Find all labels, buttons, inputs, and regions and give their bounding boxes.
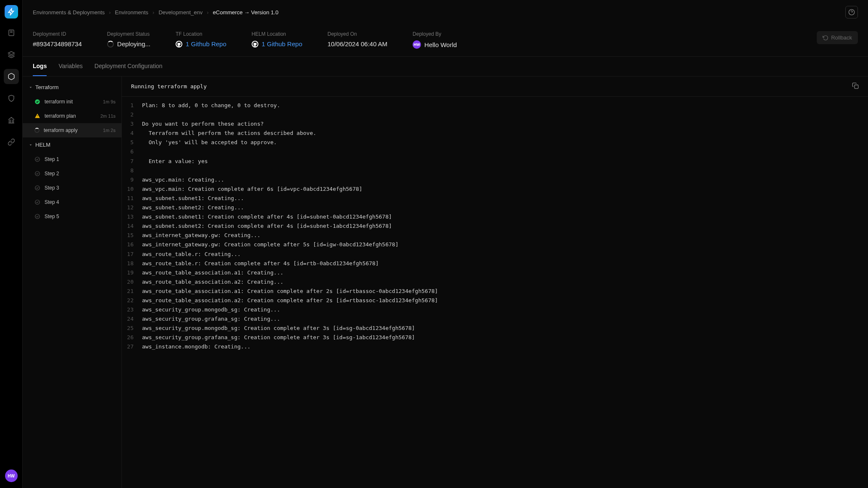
meta-label: TF Location: [176, 31, 226, 37]
copy-button[interactable]: [852, 82, 859, 90]
log-line: 21aws_route_table_association.a1: Creati…: [122, 287, 868, 296]
rail-item-hexagon[interactable]: [4, 69, 19, 84]
spinner-icon: [107, 41, 114, 47]
log-line: 4 Terraform will perform the actions des…: [122, 129, 868, 138]
breadcrumb-current: eCommerce → Version 1.0: [213, 9, 279, 16]
user-avatar[interactable]: HW: [5, 470, 18, 482]
log-line: 11aws_subnet.subnet1: Creating...: [122, 194, 868, 203]
log-line: 13aws_subnet.subnet1: Creation complete …: [122, 212, 868, 222]
chevron-down-icon: [29, 85, 33, 90]
meta-label: Deployed On: [327, 31, 387, 37]
tf-repo-link[interactable]: 1 Github Repo: [186, 40, 226, 47]
log-line: 14aws_subnet.subnet2: Creation complete …: [122, 222, 868, 231]
svg-point-8: [35, 171, 40, 176]
rail-item-governance[interactable]: [4, 113, 19, 128]
log-line: 6: [122, 147, 868, 156]
log-line: 2: [122, 110, 868, 119]
github-icon: [252, 41, 258, 47]
left-rail: HW: [0, 0, 23, 488]
rail-item-shield[interactable]: [4, 91, 19, 106]
svg-point-7: [35, 157, 40, 162]
step-row[interactable]: terraform apply1m 2s: [23, 123, 121, 137]
rail-item-device[interactable]: [4, 25, 19, 40]
log-line: 3Do you want to perform these actions?: [122, 119, 868, 129]
rail-item-layers[interactable]: [4, 47, 19, 62]
help-button[interactable]: [845, 6, 858, 18]
log-line: 23aws_security_group.mongodb_sg: Creatin…: [122, 305, 868, 314]
log-line: 17aws_route_table.r: Creating...: [122, 250, 868, 259]
step-row[interactable]: Step 1: [23, 152, 121, 166]
log-line: 18aws_route_table.r: Creation complete a…: [122, 259, 868, 268]
step-row[interactable]: terraform plan2m 11s: [23, 109, 121, 123]
meta-label: Deployment ID: [33, 31, 82, 37]
chevron-right-icon: ›: [153, 9, 154, 16]
deployed-by: HW Hello World: [413, 40, 457, 49]
helm-repo-link[interactable]: 1 Github Repo: [262, 40, 302, 47]
log-line: 1Plan: 8 to add, 0 to change, 0 to destr…: [122, 101, 868, 110]
tabs: Logs Variables Deployment Configuration: [23, 57, 868, 76]
log-line: 9aws_vpc.main: Creating...: [122, 175, 868, 185]
meta-label: Deployment Status: [107, 31, 150, 37]
svg-point-11: [35, 214, 40, 219]
meta-label: HELM Location: [252, 31, 302, 37]
deployment-meta: Deployment ID #8934734898734 Deployment …: [23, 24, 868, 57]
chevron-right-icon: ›: [207, 9, 208, 16]
log-body[interactable]: 1Plan: 8 to add, 0 to change, 0 to destr…: [122, 97, 868, 488]
svg-marker-3: [8, 52, 14, 55]
log-line: 19aws_route_table_association.a1: Creati…: [122, 268, 868, 277]
log-line: 24aws_security_group.grafana_sg: Creatin…: [122, 314, 868, 324]
tab-logs[interactable]: Logs: [33, 57, 47, 76]
breadcrumb-item[interactable]: Development_env: [158, 9, 203, 16]
log-line: 15aws_internet_gateway.gw: Creating...: [122, 231, 868, 240]
log-line: 27aws_instance.mongodb: Creating...: [122, 342, 868, 351]
log-header: Running terraform apply: [122, 76, 868, 97]
svg-point-9: [35, 186, 40, 190]
tab-variables[interactable]: Variables: [58, 57, 82, 76]
svg-rect-12: [855, 85, 858, 89]
deployed-on: 10/06/2024 06:40 AM: [327, 40, 387, 47]
log-line: 16aws_internet_gateway.gw: Creation comp…: [122, 240, 868, 249]
log-line: 10aws_vpc.main: Creation complete after …: [122, 185, 868, 194]
log-line: 20aws_route_table_association.a2: Creati…: [122, 277, 868, 287]
breadcrumb-item[interactable]: Environments & Deployments: [33, 9, 105, 16]
chevron-right-icon: ›: [109, 9, 110, 16]
tf-location: 1 Github Repo: [176, 40, 226, 47]
step-group-header[interactable]: HELM: [23, 137, 121, 152]
log-line: 26aws_security_group.grafana_sg: Creatio…: [122, 333, 868, 342]
breadcrumb-item[interactable]: Environments: [115, 9, 148, 16]
step-row[interactable]: terraform init1m 9s: [23, 95, 121, 109]
breadcrumb: Environments & Deployments › Environment…: [23, 0, 868, 24]
step-row[interactable]: Step 5: [23, 209, 121, 224]
log-title: Running terraform apply: [131, 83, 207, 90]
deployment-id: #8934734898734: [33, 40, 82, 47]
log-line: 12aws_subnet.subnet2: Creating...: [122, 203, 868, 212]
log-line: 8: [122, 166, 868, 175]
log-line: 7 Enter a value: yes: [122, 157, 868, 166]
step-row[interactable]: Step 2: [23, 166, 121, 181]
rollback-button[interactable]: Rollback: [817, 31, 858, 44]
step-panel: Terraformterraform init1m 9sterraform pl…: [23, 76, 122, 488]
deployment-status: Deploying...: [107, 40, 150, 47]
log-line: 22aws_route_table_association.a2: Creati…: [122, 296, 868, 305]
avatar: HW: [413, 40, 421, 49]
step-group-header[interactable]: Terraform: [23, 80, 121, 95]
github-icon: [176, 41, 182, 47]
app-logo[interactable]: [5, 5, 18, 18]
chevron-down-icon: [29, 143, 33, 147]
rail-item-link[interactable]: [4, 135, 19, 150]
helm-location: 1 Github Repo: [252, 40, 302, 47]
tab-deployment-config[interactable]: Deployment Configuration: [95, 57, 163, 76]
step-row[interactable]: Step 4: [23, 195, 121, 209]
step-row[interactable]: Step 3: [23, 181, 121, 195]
meta-label: Deployed By: [413, 31, 457, 37]
log-line: 5 Only 'yes' will be accepted to approve…: [122, 138, 868, 147]
svg-point-10: [35, 200, 40, 205]
log-line: 25aws_security_group.mongodb_sg: Creatio…: [122, 324, 868, 333]
